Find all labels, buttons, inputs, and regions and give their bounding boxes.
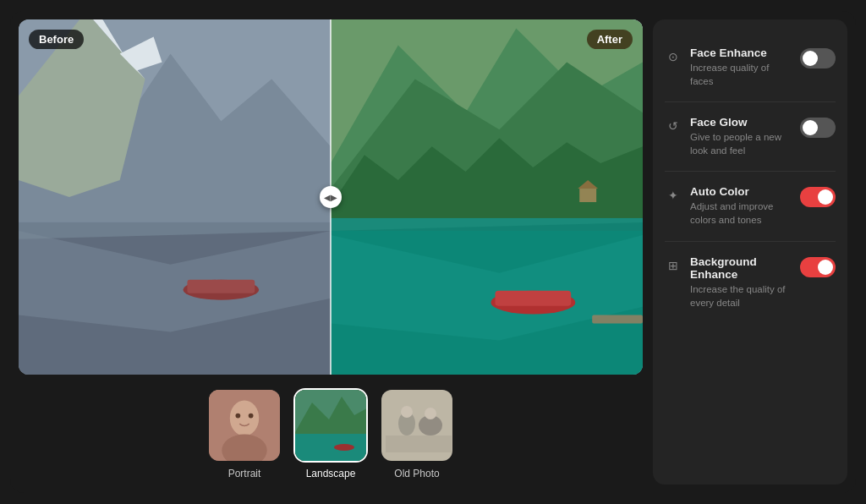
svg-rect-22: [579, 189, 596, 202]
thumbnail-old-photo[interactable]: Old Photo: [380, 388, 454, 479]
setting-face-enhance: ⊙ Face Enhance Increase quality of faces: [665, 33, 836, 102]
thumbnail-old-photo-label: Old Photo: [394, 468, 439, 479]
thumbnail-landscape[interactable]: Landscape: [293, 388, 368, 479]
thumbnail-landscape-label: Landscape: [306, 468, 356, 479]
svg-rect-38: [386, 436, 452, 452]
thumbnail-portrait[interactable]: Portrait: [207, 388, 282, 479]
face-glow-toggle[interactable]: [800, 118, 836, 138]
auto-color-icon: ✦: [665, 187, 682, 204]
face-glow-desc: Give to people a new look and feel: [690, 130, 792, 157]
svg-point-32: [334, 444, 354, 451]
svg-point-35: [401, 406, 413, 418]
background-enhance-desc: Increase the quality of every detail: [690, 282, 792, 310]
before-label: Before: [29, 30, 84, 49]
svg-point-27: [236, 414, 241, 419]
background-enhance-icon: ⊞: [665, 257, 682, 274]
thumbnail-portrait-label: Portrait: [228, 468, 261, 479]
background-enhance-toggle[interactable]: [800, 257, 836, 277]
image-compare-wrapper[interactable]: Before After: [19, 19, 643, 375]
face-glow-icon: ↺: [665, 118, 682, 134]
svg-point-28: [249, 414, 254, 419]
face-enhance-icon: ⊙: [665, 48, 682, 65]
thumbnails-row: Portrait Landscape: [19, 383, 643, 485]
background-enhance-title: Background Enhance: [690, 255, 792, 281]
image-compare: ◀▶: [19, 19, 643, 375]
svg-point-25: [230, 400, 259, 436]
face-enhance-toggle[interactable]: [800, 48, 836, 68]
auto-color-title: Auto Color: [690, 185, 792, 198]
face-glow-title: Face Glow: [690, 116, 792, 129]
setting-face-glow: ↺ Face Glow Give to people a new look an…: [665, 102, 836, 172]
after-label: After: [587, 30, 633, 49]
svg-rect-9: [187, 280, 255, 293]
face-enhance-desc: Increase quality of faces: [690, 61, 792, 88]
left-panel: Before After: [19, 19, 643, 485]
compare-divider-handle[interactable]: ◀▶: [320, 186, 342, 208]
app-container: Before After: [10, 11, 856, 493]
before-image: [19, 19, 331, 375]
face-enhance-title: Face Enhance: [690, 47, 792, 59]
auto-color-desc: Adjust and improve colors and tones: [690, 200, 792, 227]
svg-rect-21: [592, 315, 643, 324]
svg-point-37: [425, 408, 436, 419]
setting-background-enhance: ⊞ Background Enhance Increase the qualit…: [665, 242, 836, 323]
after-image: [331, 19, 643, 375]
svg-rect-31: [295, 434, 368, 463]
auto-color-toggle[interactable]: [800, 187, 836, 207]
right-panel: ⊙ Face Enhance Increase quality of faces…: [653, 19, 847, 485]
svg-rect-20: [495, 291, 571, 306]
setting-auto-color: ✦ Auto Color Adjust and improve colors a…: [665, 172, 836, 241]
